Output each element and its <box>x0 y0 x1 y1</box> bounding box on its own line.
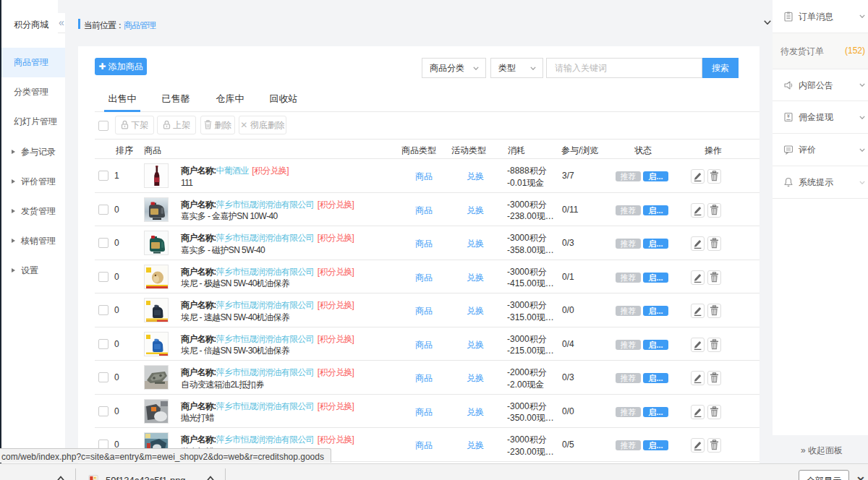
svg-text:¥: ¥ <box>787 113 790 119</box>
